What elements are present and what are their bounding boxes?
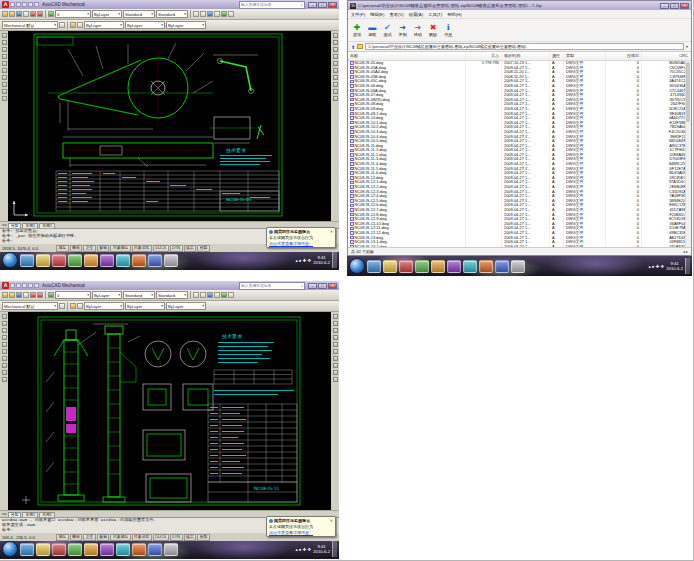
- lineweight-dropdown[interactable]: ByLayer▾: [166, 21, 206, 29]
- tray-icon[interactable]: ●: [299, 547, 302, 552]
- pan-icon[interactable]: [193, 11, 199, 17]
- tray-icon[interactable]: ❖: [307, 258, 311, 263]
- pan-icon[interactable]: [193, 292, 199, 298]
- toolbar-button-提取[interactable]: ▬提取: [368, 23, 376, 37]
- save-icon[interactable]: [16, 292, 22, 298]
- taskbar-app-firefox[interactable]: [479, 260, 493, 273]
- taskbar-app-downloads-folder[interactable]: [431, 260, 445, 273]
- minimize-button[interactable]: –: [308, 2, 317, 8]
- show-desktop-button[interactable]: [332, 541, 337, 557]
- taskbar-app-notepad[interactable]: [463, 260, 477, 273]
- address-path-input[interactable]: C:\personal\毕业设计\NC08铸造起重机全套图纸-图纸.zip\NC…: [365, 43, 684, 50]
- layer-dropdown[interactable]: 0▾: [55, 291, 91, 299]
- help-icon[interactable]: [228, 292, 234, 298]
- status-toggle-DUCS[interactable]: DUCS: [153, 245, 169, 252]
- layer-properties-icon[interactable]: [48, 292, 54, 298]
- column-header-attributes[interactable]: 属性: [550, 52, 564, 60]
- minimize-button[interactable]: –: [308, 283, 317, 289]
- new-icon[interactable]: [2, 292, 8, 298]
- qat-icon[interactable]: [28, 2, 33, 7]
- titlebar[interactable]: A AutoCAD Mechanical 输入关键字或短语 ⌕ –□✕: [0, 0, 339, 9]
- qat-icon[interactable]: [16, 2, 21, 7]
- status-toggle-捕捉[interactable]: 捕捉: [56, 534, 69, 541]
- workspace-dropdown[interactable]: Mechanical 默认▾: [2, 21, 58, 29]
- scrollbar-thumb[interactable]: [686, 62, 690, 122]
- close-button[interactable]: ✕: [328, 283, 337, 289]
- taskbar-app-mail[interactable]: [148, 543, 162, 556]
- taskbar-app-notepad[interactable]: [116, 254, 130, 267]
- status-nav-arrows[interactable]: ◂ ▸: [683, 249, 688, 254]
- taskbar-app-settings[interactable]: [511, 260, 525, 273]
- status-toggle-栅格[interactable]: 栅格: [70, 534, 83, 541]
- open-icon[interactable]: [9, 11, 15, 17]
- status-toggle-对象捕捉[interactable]: 对象捕捉: [110, 534, 130, 541]
- status-toggle-DYN[interactable]: DYN: [170, 245, 183, 252]
- status-toggle-DYN[interactable]: DYN: [170, 534, 183, 541]
- tray-icon[interactable]: ✚: [655, 264, 659, 269]
- taskbar-app-chat[interactable]: [100, 543, 114, 556]
- modify-toolbar[interactable]: [331, 312, 339, 510]
- taskbar-app-settings[interactable]: [164, 254, 178, 267]
- redo-icon[interactable]: [37, 11, 43, 17]
- taskbar-app-settings[interactable]: [164, 543, 178, 556]
- status-toggle-模型[interactable]: 模型: [197, 534, 210, 541]
- security-notification-balloon[interactable]: 网页防挂马监测提示 ✕ 未发现网页挂马攻击行为 点击这里查看详细信息。: [266, 227, 336, 248]
- status-toggle-栅格[interactable]: 栅格: [70, 245, 83, 252]
- tray-icon[interactable]: ❖: [307, 547, 311, 552]
- column-header-type[interactable]: 类型: [564, 52, 606, 60]
- help-icon[interactable]: [228, 11, 234, 17]
- layer-dropdown[interactable]: 0▾: [55, 10, 91, 18]
- menu-item[interactable]: 工具(T): [428, 12, 442, 17]
- textstyle-dropdown[interactable]: Standard▾: [156, 291, 188, 299]
- status-toggle-极轴[interactable]: 极轴: [97, 245, 110, 252]
- column-header-packed[interactable]: 压缩后: [606, 52, 642, 60]
- taskbar-app-firefox[interactable]: [132, 254, 146, 267]
- undo-icon[interactable]: [30, 292, 36, 298]
- status-toggle-模型[interactable]: 模型: [197, 245, 210, 252]
- workspace-dropdown[interactable]: Mechanical 默认▾: [2, 302, 58, 310]
- start-button[interactable]: [2, 252, 18, 268]
- measure-icon[interactable]: [214, 11, 220, 17]
- balloon-detail-link[interactable]: 点击这里查看详细信息。: [269, 241, 333, 246]
- taskbar-clock[interactable]: 9:412010-6-2: [666, 261, 683, 271]
- status-toggle-正交[interactable]: 正交: [83, 245, 96, 252]
- balloon-detail-link[interactable]: 点击这里查看详细信息。: [269, 530, 333, 535]
- workspace-settings-icon[interactable]: [59, 22, 65, 28]
- color-control-dropdown[interactable]: ByLayer▾: [84, 21, 124, 29]
- taskbar-app-media-player[interactable]: [52, 543, 66, 556]
- tray-icon[interactable]: ✚: [302, 258, 306, 263]
- taskbar-app-folder[interactable]: [36, 543, 50, 556]
- toolbar-button-信息[interactable]: ℹ信息: [444, 23, 452, 37]
- properties-icon[interactable]: [207, 292, 213, 298]
- measure-icon[interactable]: [214, 292, 220, 298]
- modify-toolbar[interactable]: [331, 31, 339, 221]
- taskbar-app-chat[interactable]: [100, 254, 114, 267]
- show-desktop-button[interactable]: [332, 252, 337, 268]
- plot-icon[interactable]: [23, 292, 29, 298]
- taskbar-app-downloads-folder[interactable]: [84, 543, 98, 556]
- close-button[interactable]: ✕: [680, 3, 689, 9]
- qat-icon[interactable]: [28, 283, 33, 288]
- up-icon[interactable]: ⬆: [351, 44, 355, 50]
- tray-icon[interactable]: ❖: [660, 264, 664, 269]
- color-dropdown[interactable]: ByLayer▾: [92, 291, 122, 299]
- taskbar-app-mail[interactable]: [495, 260, 509, 273]
- taskbar-app-folder[interactable]: [383, 260, 397, 273]
- open-icon[interactable]: [9, 292, 15, 298]
- balloon-close-icon[interactable]: ✕: [330, 518, 333, 523]
- taskbar-app-mail[interactable]: [148, 254, 162, 267]
- maximize-button[interactable]: □: [318, 283, 327, 289]
- linetype-dropdown[interactable]: ByLayer▾: [125, 302, 165, 310]
- qat-icon[interactable]: [34, 2, 39, 7]
- menu-item[interactable]: 查看(V): [389, 12, 403, 17]
- lineweight-dropdown[interactable]: ByLayer▾: [166, 302, 206, 310]
- tray-icon[interactable]: ●: [652, 264, 655, 269]
- status-toggle-极轴[interactable]: 极轴: [97, 534, 110, 541]
- qat-icon[interactable]: [10, 2, 15, 7]
- dimstyle-dropdown[interactable]: Standard▾: [123, 10, 155, 18]
- security-notification-balloon[interactable]: 网页防挂马监测提示 ✕ 未发现网页挂马攻击行为 点击这里查看详细信息。: [266, 516, 336, 537]
- status-toggle-线宽[interactable]: 线宽: [184, 245, 197, 252]
- taskbar-app-browser[interactable]: [20, 543, 34, 556]
- balloon-close-icon[interactable]: ✕: [330, 229, 333, 234]
- maximize-button[interactable]: □: [670, 3, 679, 9]
